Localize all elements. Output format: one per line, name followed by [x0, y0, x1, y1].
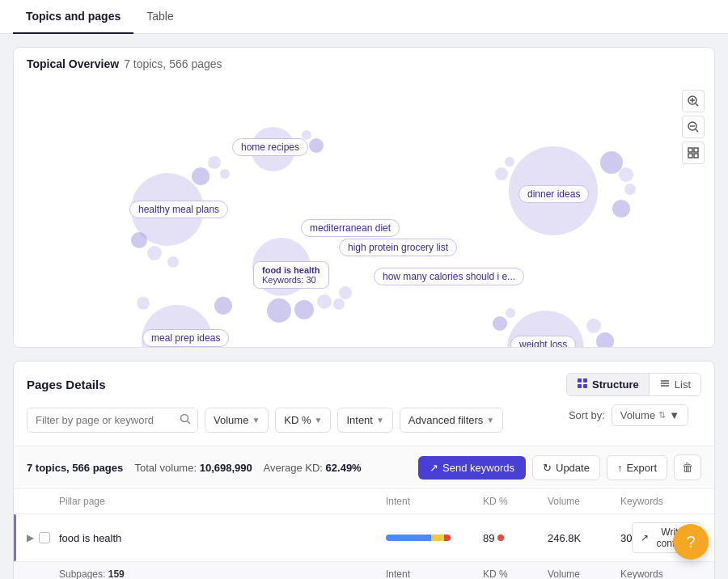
bubble-sm-1: [192, 167, 210, 185]
filter-kd-btn[interactable]: KD % ▼: [275, 408, 331, 433]
send-keywords-icon: ↗: [430, 462, 438, 474]
chevron-intent-icon: ▼: [376, 416, 384, 425]
search-wrapper: [27, 408, 198, 433]
row-page-name[interactable]: food is health: [59, 532, 386, 544]
topical-overview-title: Topical Overview: [27, 57, 119, 70]
write-icon: ↗: [641, 532, 649, 543]
subpages-count: 159: [108, 568, 125, 579]
bubble-weight-2: [596, 332, 614, 347]
bubble-sm-2: [208, 156, 221, 169]
search-input[interactable]: [28, 409, 173, 431]
table-header: Pillar page Intent KD % Volume Keywords: [14, 489, 714, 514]
help-fab[interactable]: ?: [673, 524, 709, 560]
zoom-out-btn[interactable]: [682, 116, 705, 138]
label-home-recipes[interactable]: home recipes: [232, 138, 308, 156]
label-meal-prep[interactable]: meal prep ideas: [142, 329, 229, 347]
intent-red-segment: [444, 535, 451, 541]
row-checkbox[interactable]: [39, 532, 50, 543]
stats-topics-pages: 7 topics, 566 pages: [27, 462, 123, 474]
row-keywords-count: 30: [620, 532, 632, 544]
filter-volume-label: Volume: [214, 414, 248, 426]
delete-btn[interactable]: 🗑: [674, 454, 701, 480]
filter-advanced-label: Advanced filters: [408, 414, 484, 426]
bubble-mid-4: [333, 298, 345, 310]
zoom-in-btn[interactable]: [682, 90, 705, 112]
bubble-dinner-6: [495, 167, 508, 180]
view-list-label: List: [675, 378, 691, 391]
chevron-kd-icon: ▼: [315, 416, 323, 425]
top-tabs: Topics and pages Table: [0, 0, 728, 34]
intent-blue-segment: [386, 535, 431, 541]
action-buttons: ↗ Send keywords ↻ Update ↑ Export 🗑: [418, 454, 701, 480]
subpages-keywords-header: Keywords: [620, 568, 701, 579]
row-intent: [386, 535, 483, 541]
label-healthy-meal-plans[interactable]: healthy meal plans: [129, 201, 228, 218]
pages-details-title: Pages Details: [27, 378, 106, 391]
tab-table[interactable]: Table: [133, 0, 186, 34]
export-btn[interactable]: ↑ Export: [607, 455, 667, 480]
filter-intent-label: Intent: [346, 414, 373, 426]
bubble-mid-1: [267, 298, 291, 323]
export-icon: ↑: [617, 462, 623, 474]
bubble-chart: home recipes healthy meal plans mediterr…: [14, 80, 714, 347]
filter-volume-btn[interactable]: Volume ▼: [205, 408, 269, 433]
row-expand-cell: ▶: [27, 532, 59, 543]
bubble-weight-1: [586, 319, 601, 333]
subpages-text: Subpages:: [59, 568, 105, 579]
svg-line-3: [696, 104, 698, 106]
col-kd-header: KD %: [483, 496, 548, 507]
row-accent-bar: [14, 514, 16, 561]
sort-value: Volume: [620, 409, 655, 421]
label-calories[interactable]: how many calories should i e...: [374, 268, 524, 285]
update-label: Update: [556, 462, 590, 474]
label-high-protein[interactable]: high protein grocery list: [339, 239, 457, 256]
col-keywords-header: Keywords: [620, 496, 701, 507]
view-list-btn[interactable]: List: [650, 374, 700, 395]
subpages-intent-header: Intent: [386, 568, 483, 579]
bubble-sm-8: [214, 297, 232, 315]
bubble-sm-4: [147, 246, 162, 260]
filter-advanced-btn[interactable]: Advanced filters ▼: [400, 408, 503, 433]
label-dinner-ideas[interactable]: dinner ideas: [518, 185, 589, 203]
tooltip-sub: Keywords: 30: [262, 275, 320, 285]
sort-select[interactable]: Volume ⇅ ▼: [612, 404, 688, 426]
intent-yellow-segment: [431, 535, 444, 541]
main-content: Topical Overview 7 topics, 566 pages: [0, 34, 728, 579]
expand-icon[interactable]: ▶: [27, 532, 34, 543]
trash-icon: 🗑: [682, 461, 693, 474]
pages-details-card: Pages Details Structure List: [13, 361, 715, 579]
sort-by-label: Sort by:: [569, 409, 605, 421]
stats-text: 7 topics, 566 pages Total volume: 10,698…: [27, 462, 362, 474]
tab-topics-and-pages[interactable]: Topics and pages: [13, 0, 133, 34]
subpages-label: Subpages: 159: [59, 568, 386, 579]
col-expand-header: [27, 496, 59, 507]
view-structure-btn[interactable]: Structure: [567, 374, 650, 395]
tooltip-label: food is health: [262, 265, 320, 275]
svg-rect-8: [694, 148, 698, 152]
svg-point-18: [181, 415, 188, 422]
zoom-controls: [682, 90, 705, 164]
bubble-sm-13: [309, 138, 324, 153]
export-label: Export: [626, 462, 657, 474]
label-weight-loss[interactable]: weight loss: [510, 336, 576, 347]
row-kd: 89: [483, 532, 548, 544]
topical-overview-header: Topical Overview 7 topics, 566 pages: [14, 48, 714, 80]
list-icon: [659, 378, 671, 391]
svg-rect-10: [694, 154, 698, 158]
sort-icon: ⇅: [658, 410, 666, 421]
zoom-fit-btn[interactable]: [682, 142, 705, 164]
label-mediterranean-diet[interactable]: mediterranean diet: [301, 219, 400, 237]
filter-kd-label: KD %: [284, 414, 311, 426]
update-btn[interactable]: ↻ Update: [532, 455, 600, 480]
svg-line-19: [188, 421, 191, 425]
bubble-dinner-2: [619, 167, 633, 182]
send-keywords-btn[interactable]: ↗ Send keywords: [418, 456, 526, 480]
subpages-row: Subpages: 159 Intent KD % Volume Keyword…: [14, 562, 714, 579]
filter-intent-btn[interactable]: Intent ▼: [337, 408, 392, 433]
search-button[interactable]: [173, 408, 197, 432]
svg-rect-13: [578, 384, 582, 388]
svg-rect-9: [688, 154, 692, 158]
svg-rect-11: [578, 378, 582, 382]
col-intent-header: Intent: [386, 496, 483, 507]
filter-sort-row: Volume ▼ KD % ▼ Intent ▼ Advanced filter…: [14, 404, 714, 446]
